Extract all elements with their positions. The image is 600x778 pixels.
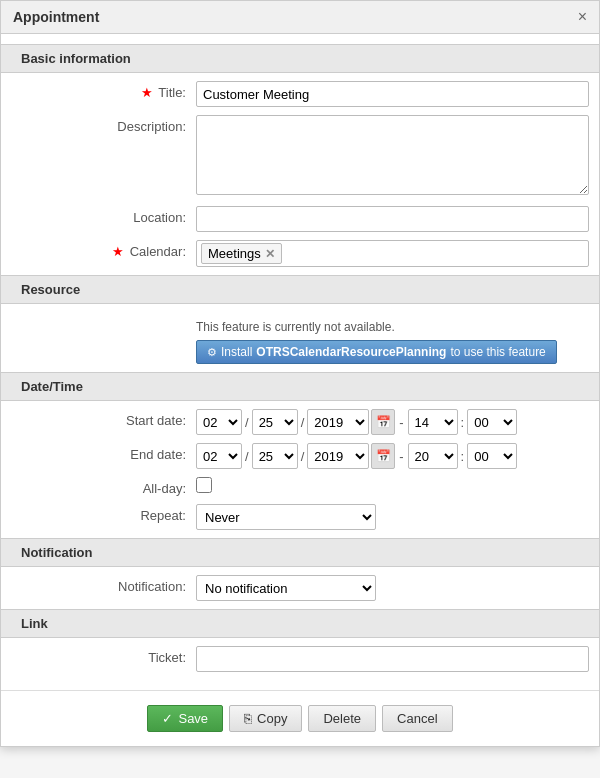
required-star-title: ★: [141, 85, 153, 100]
repeat-row: Repeat: Never: [1, 504, 599, 530]
start-date-row: Start date: 02 / 25 / 2019 📅: [1, 409, 599, 435]
notification-row: Notification: No notification: [1, 575, 599, 601]
end-time-sep: :: [460, 449, 466, 464]
end-sep1: /: [244, 449, 250, 464]
ticket-label: Ticket:: [11, 646, 196, 665]
all-day-control: [196, 477, 589, 496]
start-sep2: /: [300, 415, 306, 430]
copy-icon: ⎘: [244, 711, 252, 726]
cancel-button[interactable]: Cancel: [382, 705, 452, 732]
save-icon: ✓: [162, 711, 173, 726]
install-button[interactable]: ⚙ Install OTRSCalendarResourcePlanning t…: [196, 340, 557, 364]
notification-control: No notification: [196, 575, 589, 601]
notification-label: Notification:: [11, 575, 196, 594]
ticket-row: Ticket:: [1, 646, 599, 672]
start-dash: -: [397, 415, 405, 430]
install-package: OTRSCalendarResourcePlanning: [256, 345, 446, 359]
end-date-label: End date:: [11, 443, 196, 462]
section-basic-info: Basic information: [1, 44, 599, 73]
title-control: [196, 81, 589, 107]
end-date-control: 02 / 25 / 2019 📅 - 20: [196, 443, 589, 469]
start-calendar-icon-btn[interactable]: 📅: [371, 409, 395, 435]
start-date-control: 02 / 25 / 2019 📅 - 14: [196, 409, 589, 435]
calendar-tag-label: Meetings: [208, 246, 261, 261]
title-label: ★ Title:: [11, 81, 196, 100]
end-dash: -: [397, 449, 405, 464]
location-row: Location:: [1, 206, 599, 232]
location-control: [196, 206, 589, 232]
dialog-header: Appointment ×: [1, 1, 599, 34]
all-day-checkbox[interactable]: [196, 477, 212, 493]
all-day-row: All-day:: [1, 477, 599, 496]
start-hour-select[interactable]: 14: [408, 409, 458, 435]
start-datetime-row: 02 / 25 / 2019 📅 - 14: [196, 409, 589, 435]
end-hour-select[interactable]: 20: [408, 443, 458, 469]
end-month-select[interactable]: 02: [196, 443, 242, 469]
action-bar: ✓ Save ⎘ Copy Delete Cancel: [1, 690, 599, 746]
start-year-select[interactable]: 2019: [307, 409, 369, 435]
close-button[interactable]: ×: [578, 9, 587, 25]
end-sep2: /: [300, 449, 306, 464]
save-label: Save: [178, 711, 208, 726]
copy-label: Copy: [257, 711, 287, 726]
start-sep1: /: [244, 415, 250, 430]
install-label: Install: [221, 345, 252, 359]
start-calendar-icon: 📅: [376, 415, 391, 429]
ticket-control: [196, 646, 589, 672]
end-calendar-icon-btn[interactable]: 📅: [371, 443, 395, 469]
calendar-input-wrapper[interactable]: Meetings ✕: [196, 240, 589, 267]
resource-section: This feature is currently not available.…: [1, 312, 599, 372]
dialog-title: Appointment: [13, 9, 99, 25]
title-input[interactable]: [196, 81, 589, 107]
end-min-select[interactable]: 00: [467, 443, 517, 469]
calendar-tag-remove[interactable]: ✕: [265, 247, 275, 261]
delete-button[interactable]: Delete: [308, 705, 376, 732]
description-textarea[interactable]: [196, 115, 589, 195]
title-row: ★ Title:: [1, 81, 599, 107]
ticket-input[interactable]: [196, 646, 589, 672]
calendar-control: Meetings ✕: [196, 240, 589, 267]
delete-label: Delete: [323, 711, 361, 726]
calendar-tag: Meetings ✕: [201, 243, 282, 264]
description-label: Description:: [11, 115, 196, 134]
install-suffix: to use this feature: [450, 345, 545, 359]
cancel-label: Cancel: [397, 711, 437, 726]
location-label: Location:: [11, 206, 196, 225]
appointment-dialog: Appointment × Basic information ★ Title:…: [0, 0, 600, 747]
start-date-label: Start date:: [11, 409, 196, 428]
section-datetime: Date/Time: [1, 372, 599, 401]
description-control: [196, 115, 589, 198]
section-link: Link: [1, 609, 599, 638]
section-notification: Notification: [1, 538, 599, 567]
repeat-label: Repeat:: [11, 504, 196, 523]
description-row: Description:: [1, 115, 599, 198]
start-day-select[interactable]: 25: [252, 409, 298, 435]
calendar-label: ★ Calendar:: [11, 240, 196, 259]
gear-icon: ⚙: [207, 346, 217, 359]
resource-text: This feature is currently not available.: [196, 320, 589, 334]
end-day-select[interactable]: 25: [252, 443, 298, 469]
location-input[interactable]: [196, 206, 589, 232]
repeat-control: Never: [196, 504, 589, 530]
start-month-select[interactable]: 02: [196, 409, 242, 435]
end-date-row: End date: 02 / 25 / 2019 📅: [1, 443, 599, 469]
dialog-body: Basic information ★ Title: Description: …: [1, 34, 599, 690]
notification-select[interactable]: No notification: [196, 575, 376, 601]
save-button[interactable]: ✓ Save: [147, 705, 223, 732]
section-resource: Resource: [1, 275, 599, 304]
start-min-select[interactable]: 00: [467, 409, 517, 435]
repeat-select[interactable]: Never: [196, 504, 376, 530]
end-calendar-icon: 📅: [376, 449, 391, 463]
calendar-row: ★ Calendar: Meetings ✕: [1, 240, 599, 267]
copy-button[interactable]: ⎘ Copy: [229, 705, 302, 732]
end-year-select[interactable]: 2019: [307, 443, 369, 469]
required-star-calendar: ★: [112, 244, 124, 259]
all-day-label: All-day:: [11, 477, 196, 496]
start-time-sep: :: [460, 415, 466, 430]
end-datetime-row: 02 / 25 / 2019 📅 - 20: [196, 443, 589, 469]
